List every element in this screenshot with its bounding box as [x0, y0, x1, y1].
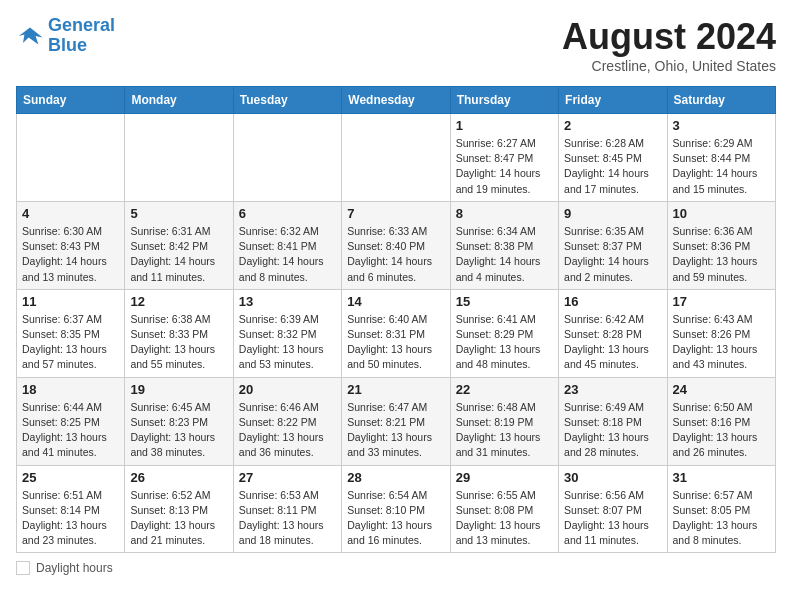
day-number: 25	[22, 470, 119, 485]
day-info: Sunrise: 6:36 AM Sunset: 8:36 PM Dayligh…	[673, 224, 770, 285]
day-info: Sunrise: 6:51 AM Sunset: 8:14 PM Dayligh…	[22, 488, 119, 549]
day-number: 20	[239, 382, 336, 397]
day-info: Sunrise: 6:46 AM Sunset: 8:22 PM Dayligh…	[239, 400, 336, 461]
calendar-cell: 3Sunrise: 6:29 AM Sunset: 8:44 PM Daylig…	[667, 114, 775, 202]
calendar-cell: 12Sunrise: 6:38 AM Sunset: 8:33 PM Dayli…	[125, 289, 233, 377]
day-info: Sunrise: 6:41 AM Sunset: 8:29 PM Dayligh…	[456, 312, 553, 373]
calendar-cell	[233, 114, 341, 202]
day-info: Sunrise: 6:50 AM Sunset: 8:16 PM Dayligh…	[673, 400, 770, 461]
day-info: Sunrise: 6:43 AM Sunset: 8:26 PM Dayligh…	[673, 312, 770, 373]
calendar-cell: 22Sunrise: 6:48 AM Sunset: 8:19 PM Dayli…	[450, 377, 558, 465]
day-info: Sunrise: 6:55 AM Sunset: 8:08 PM Dayligh…	[456, 488, 553, 549]
calendar-cell: 24Sunrise: 6:50 AM Sunset: 8:16 PM Dayli…	[667, 377, 775, 465]
day-info: Sunrise: 6:29 AM Sunset: 8:44 PM Dayligh…	[673, 136, 770, 197]
calendar-cell: 30Sunrise: 6:56 AM Sunset: 8:07 PM Dayli…	[559, 465, 667, 553]
day-info: Sunrise: 6:56 AM Sunset: 8:07 PM Dayligh…	[564, 488, 661, 549]
day-number: 7	[347, 206, 444, 221]
day-info: Sunrise: 6:45 AM Sunset: 8:23 PM Dayligh…	[130, 400, 227, 461]
day-info: Sunrise: 6:57 AM Sunset: 8:05 PM Dayligh…	[673, 488, 770, 549]
day-number: 28	[347, 470, 444, 485]
calendar-cell: 9Sunrise: 6:35 AM Sunset: 8:37 PM Daylig…	[559, 201, 667, 289]
day-info: Sunrise: 6:34 AM Sunset: 8:38 PM Dayligh…	[456, 224, 553, 285]
calendar-cell: 27Sunrise: 6:53 AM Sunset: 8:11 PM Dayli…	[233, 465, 341, 553]
svg-marker-0	[19, 27, 43, 44]
calendar-cell: 18Sunrise: 6:44 AM Sunset: 8:25 PM Dayli…	[17, 377, 125, 465]
calendar-cell: 26Sunrise: 6:52 AM Sunset: 8:13 PM Dayli…	[125, 465, 233, 553]
day-info: Sunrise: 6:33 AM Sunset: 8:40 PM Dayligh…	[347, 224, 444, 285]
logo: General Blue	[16, 16, 115, 56]
calendar-week-row: 11Sunrise: 6:37 AM Sunset: 8:35 PM Dayli…	[17, 289, 776, 377]
calendar-cell: 10Sunrise: 6:36 AM Sunset: 8:36 PM Dayli…	[667, 201, 775, 289]
calendar-week-row: 4Sunrise: 6:30 AM Sunset: 8:43 PM Daylig…	[17, 201, 776, 289]
day-number: 3	[673, 118, 770, 133]
calendar-cell	[342, 114, 450, 202]
calendar-cell: 14Sunrise: 6:40 AM Sunset: 8:31 PM Dayli…	[342, 289, 450, 377]
day-info: Sunrise: 6:53 AM Sunset: 8:11 PM Dayligh…	[239, 488, 336, 549]
location-label: Crestline, Ohio, United States	[562, 58, 776, 74]
calendar-cell: 31Sunrise: 6:57 AM Sunset: 8:05 PM Dayli…	[667, 465, 775, 553]
logo-bird-icon	[16, 22, 44, 50]
calendar-table: SundayMondayTuesdayWednesdayThursdayFrid…	[16, 86, 776, 553]
day-info: Sunrise: 6:54 AM Sunset: 8:10 PM Dayligh…	[347, 488, 444, 549]
logo-blue: Blue	[48, 35, 87, 55]
calendar-cell: 28Sunrise: 6:54 AM Sunset: 8:10 PM Dayli…	[342, 465, 450, 553]
calendar-header-thursday: Thursday	[450, 87, 558, 114]
month-year-title: August 2024	[562, 16, 776, 58]
day-number: 22	[456, 382, 553, 397]
day-info: Sunrise: 6:40 AM Sunset: 8:31 PM Dayligh…	[347, 312, 444, 373]
calendar-week-row: 1Sunrise: 6:27 AM Sunset: 8:47 PM Daylig…	[17, 114, 776, 202]
calendar-cell: 25Sunrise: 6:51 AM Sunset: 8:14 PM Dayli…	[17, 465, 125, 553]
calendar-header-wednesday: Wednesday	[342, 87, 450, 114]
footer: Daylight hours	[16, 561, 776, 575]
day-info: Sunrise: 6:39 AM Sunset: 8:32 PM Dayligh…	[239, 312, 336, 373]
day-number: 23	[564, 382, 661, 397]
daylight-box-icon	[16, 561, 30, 575]
calendar-cell: 23Sunrise: 6:49 AM Sunset: 8:18 PM Dayli…	[559, 377, 667, 465]
day-info: Sunrise: 6:44 AM Sunset: 8:25 PM Dayligh…	[22, 400, 119, 461]
calendar-cell: 17Sunrise: 6:43 AM Sunset: 8:26 PM Dayli…	[667, 289, 775, 377]
logo-general: General	[48, 15, 115, 35]
day-number: 5	[130, 206, 227, 221]
day-number: 30	[564, 470, 661, 485]
calendar-header-saturday: Saturday	[667, 87, 775, 114]
calendar-header-row: SundayMondayTuesdayWednesdayThursdayFrid…	[17, 87, 776, 114]
calendar-cell: 29Sunrise: 6:55 AM Sunset: 8:08 PM Dayli…	[450, 465, 558, 553]
calendar-cell: 20Sunrise: 6:46 AM Sunset: 8:22 PM Dayli…	[233, 377, 341, 465]
day-info: Sunrise: 6:27 AM Sunset: 8:47 PM Dayligh…	[456, 136, 553, 197]
day-number: 17	[673, 294, 770, 309]
calendar-cell: 19Sunrise: 6:45 AM Sunset: 8:23 PM Dayli…	[125, 377, 233, 465]
calendar-cell: 1Sunrise: 6:27 AM Sunset: 8:47 PM Daylig…	[450, 114, 558, 202]
day-number: 8	[456, 206, 553, 221]
day-info: Sunrise: 6:30 AM Sunset: 8:43 PM Dayligh…	[22, 224, 119, 285]
calendar-cell: 15Sunrise: 6:41 AM Sunset: 8:29 PM Dayli…	[450, 289, 558, 377]
day-number: 27	[239, 470, 336, 485]
day-number: 29	[456, 470, 553, 485]
day-number: 31	[673, 470, 770, 485]
day-number: 24	[673, 382, 770, 397]
day-number: 11	[22, 294, 119, 309]
calendar-cell: 13Sunrise: 6:39 AM Sunset: 8:32 PM Dayli…	[233, 289, 341, 377]
day-number: 4	[22, 206, 119, 221]
calendar-cell: 21Sunrise: 6:47 AM Sunset: 8:21 PM Dayli…	[342, 377, 450, 465]
calendar-cell: 16Sunrise: 6:42 AM Sunset: 8:28 PM Dayli…	[559, 289, 667, 377]
daylight-label: Daylight hours	[36, 561, 113, 575]
calendar-header-friday: Friday	[559, 87, 667, 114]
day-number: 26	[130, 470, 227, 485]
day-number: 9	[564, 206, 661, 221]
day-info: Sunrise: 6:42 AM Sunset: 8:28 PM Dayligh…	[564, 312, 661, 373]
day-number: 19	[130, 382, 227, 397]
page-header: General Blue August 2024 Crestline, Ohio…	[16, 16, 776, 74]
day-number: 15	[456, 294, 553, 309]
day-info: Sunrise: 6:37 AM Sunset: 8:35 PM Dayligh…	[22, 312, 119, 373]
calendar-header-sunday: Sunday	[17, 87, 125, 114]
title-block: August 2024 Crestline, Ohio, United Stat…	[562, 16, 776, 74]
calendar-week-row: 18Sunrise: 6:44 AM Sunset: 8:25 PM Dayli…	[17, 377, 776, 465]
day-info: Sunrise: 6:32 AM Sunset: 8:41 PM Dayligh…	[239, 224, 336, 285]
day-number: 21	[347, 382, 444, 397]
day-number: 13	[239, 294, 336, 309]
day-number: 6	[239, 206, 336, 221]
calendar-cell	[125, 114, 233, 202]
calendar-cell	[17, 114, 125, 202]
calendar-cell: 11Sunrise: 6:37 AM Sunset: 8:35 PM Dayli…	[17, 289, 125, 377]
calendar-week-row: 25Sunrise: 6:51 AM Sunset: 8:14 PM Dayli…	[17, 465, 776, 553]
